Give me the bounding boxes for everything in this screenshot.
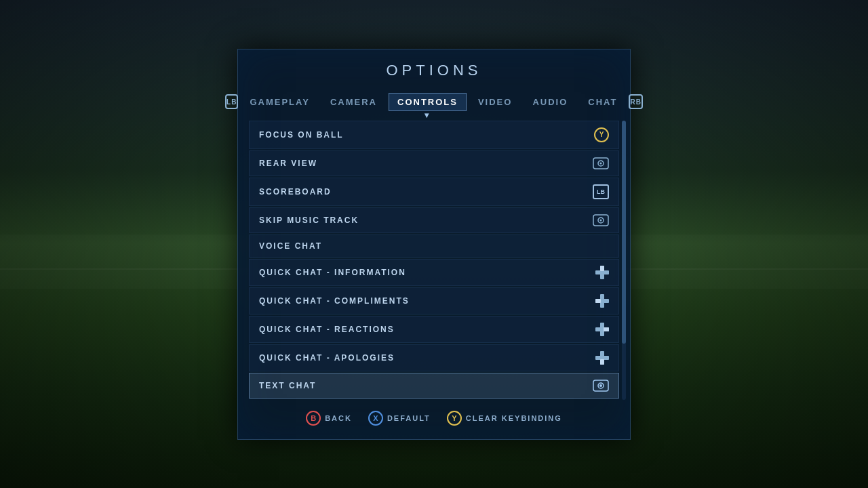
tab-controls[interactable]: CONTROLS [389, 93, 467, 111]
setting-value-qc-react [595, 323, 609, 336]
options-modal: OPTIONS LB GAMEPLAY CAMERA CONTROLS VIDE… [237, 49, 631, 440]
tab-audio[interactable]: AUDIO [524, 93, 576, 111]
setting-text-chat[interactable]: TEXT CHAT [249, 373, 619, 399]
setting-scoreboard[interactable]: SCOREBOARD LB [249, 178, 619, 206]
setting-rear-view[interactable]: REAR VIEW [249, 150, 619, 176]
key-lb: LB [593, 184, 609, 199]
setting-skip-music-track[interactable]: SKIP MUSIC TRACK [249, 207, 619, 233]
b-button-icon: B [306, 411, 321, 426]
setting-value-rear-view [593, 157, 609, 169]
setting-voice-chat[interactable]: VOICE CHAT [249, 235, 619, 258]
tab-gameplay[interactable]: GAMEPLAY [241, 93, 318, 111]
settings-list: FOCUS ON BALL Y REAR VIEW [249, 121, 619, 400]
modal-title: OPTIONS [238, 49, 630, 87]
modal-overlay: OPTIONS LB GAMEPLAY CAMERA CONTROLS VIDE… [0, 0, 868, 488]
setting-value-scoreboard: LB [593, 184, 609, 199]
svg-point-5 [600, 219, 602, 221]
settings-wrapper: FOCUS ON BALL Y REAR VIEW [249, 121, 619, 400]
ls-icon [593, 214, 609, 226]
setting-quick-chat-reactions[interactable]: QUICK CHAT - REACTIONS [249, 316, 619, 343]
svg-rect-14 [604, 327, 609, 331]
tab-chat[interactable]: CHAT [579, 93, 626, 111]
rs-icon [593, 157, 609, 169]
scrollbar-track[interactable] [622, 121, 626, 400]
svg-point-2 [600, 162, 602, 164]
default-button[interactable]: X DEFAULT [368, 411, 431, 426]
setting-value-skip-music-track [593, 214, 609, 226]
setting-value-text-chat [593, 380, 609, 392]
svg-point-20 [599, 384, 602, 387]
footer-controls: B BACK X DEFAULT Y CLEAR KEYBINDING [238, 400, 630, 426]
setting-value-qc-info [595, 266, 609, 279]
setting-value-qc-apol [595, 351, 609, 365]
back-button[interactable]: B BACK [306, 411, 352, 426]
dpad-left-icon [595, 294, 609, 308]
setting-quick-chat-compliments[interactable]: QUICK CHAT - COMPLIMENTS [249, 287, 619, 314]
x-button-icon: X [368, 411, 383, 426]
dpad-up-icon [595, 266, 609, 279]
rs-click-icon [593, 380, 609, 392]
tab-rb[interactable]: RB [629, 94, 642, 109]
setting-value-focus-on-ball: Y [594, 127, 609, 142]
setting-value-qc-comp [595, 294, 609, 308]
y-button-icon: Y [447, 411, 462, 426]
key-y: Y [594, 127, 609, 142]
svg-rect-11 [595, 299, 601, 303]
setting-focus-on-ball[interactable]: FOCUS ON BALL Y [249, 121, 619, 149]
dpad-down-icon [595, 351, 609, 365]
setting-quick-chat-apologies[interactable]: QUICK CHAT - APOLOGIES [249, 344, 619, 371]
svg-rect-8 [600, 266, 604, 271]
scrollbar-thumb[interactable] [622, 121, 626, 344]
setting-quick-chat-information[interactable]: QUICK CHAT - INFORMATION [249, 259, 619, 286]
tabs-container: LB GAMEPLAY CAMERA CONTROLS VIDEO AUDIO [238, 87, 630, 121]
tab-camera[interactable]: CAMERA [321, 93, 386, 111]
tab-video[interactable]: VIDEO [469, 93, 521, 111]
svg-rect-17 [600, 359, 604, 365]
tab-lb[interactable]: LB [225, 94, 238, 109]
dpad-right-icon [595, 323, 609, 336]
clear-keybinding-button[interactable]: Y CLEAR KEYBINDING [447, 411, 562, 426]
